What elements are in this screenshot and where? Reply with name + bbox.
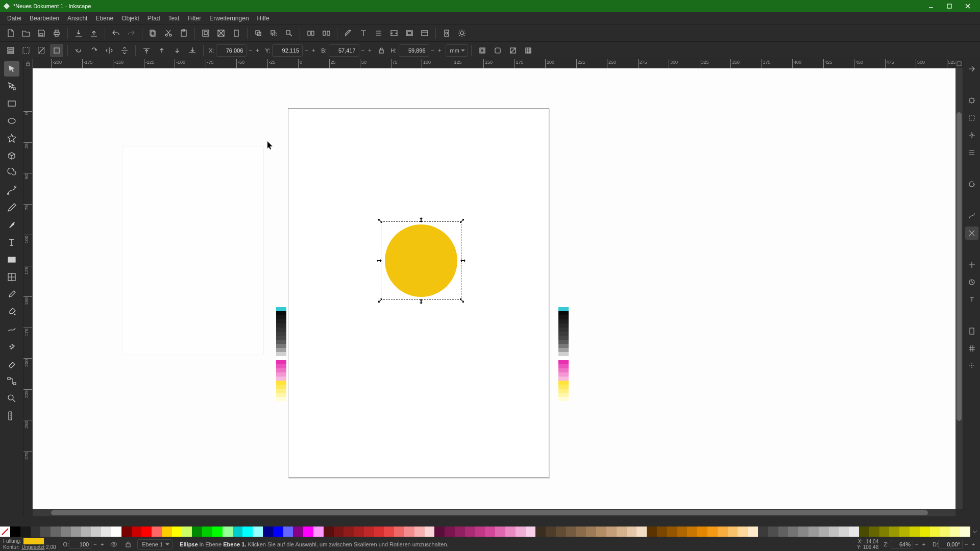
h-field[interactable]	[399, 44, 429, 57]
menu-hilfe[interactable]: Hilfe	[253, 12, 274, 24]
snap-guide-icon[interactable]	[965, 359, 978, 372]
palette-swatch[interactable]	[556, 527, 566, 537]
snap-page-icon[interactable]	[965, 324, 978, 338]
unit-select[interactable]: mm	[446, 44, 468, 57]
palette-swatch[interactable]	[20, 527, 31, 537]
palette-swatch[interactable]	[455, 527, 465, 537]
export-icon[interactable]	[87, 27, 101, 40]
opacity-plus-icon[interactable]: +	[99, 540, 106, 549]
zoom-input[interactable]	[891, 540, 913, 549]
palette-swatch[interactable]	[425, 527, 435, 537]
handle-n[interactable]	[418, 217, 424, 223]
menu-text[interactable]: Text	[164, 12, 184, 24]
rotation-plus-icon[interactable]: +	[970, 540, 977, 549]
palette-swatch[interactable]	[223, 527, 233, 537]
w-field[interactable]	[329, 44, 359, 57]
palette-swatch[interactable]	[839, 527, 849, 537]
palette-swatch[interactable]	[71, 527, 81, 537]
paintbucket-tool-icon[interactable]	[4, 304, 19, 319]
select-all-icon[interactable]	[19, 44, 33, 57]
palette-swatch[interactable]	[910, 527, 920, 537]
raise-icon[interactable]	[155, 44, 168, 57]
palette-swatch[interactable]	[242, 527, 253, 537]
h-minus-icon[interactable]: −	[429, 47, 436, 54]
move-patterns-icon[interactable]	[522, 44, 535, 57]
ruler-lock-icon[interactable]	[23, 59, 33, 68]
palette-swatch[interactable]	[91, 527, 101, 537]
x-input[interactable]	[216, 47, 246, 54]
palette-swatch[interactable]	[293, 527, 303, 537]
palette-swatch[interactable]	[485, 527, 495, 537]
palette-swatch[interactable]	[778, 527, 789, 537]
tweak-tool-icon[interactable]	[4, 321, 19, 337]
palette-swatch[interactable]	[879, 527, 890, 537]
zoom-page-icon[interactable]	[230, 27, 243, 40]
palette-swatch[interactable]	[687, 527, 697, 537]
scale-corners-icon[interactable]	[491, 44, 504, 57]
snap-intersection-icon[interactable]	[965, 227, 978, 240]
h-plus-icon[interactable]: +	[436, 47, 444, 54]
spray-tool-icon[interactable]	[4, 339, 19, 354]
deselect-icon[interactable]	[35, 44, 48, 57]
snap-enable-icon[interactable]	[965, 94, 978, 107]
y-minus-icon[interactable]: −	[303, 47, 310, 54]
w-plus-icon[interactable]: +	[366, 47, 374, 54]
horizontal-scrollbar[interactable]	[33, 509, 955, 516]
palette-swatch[interactable]	[546, 527, 556, 537]
menu-ansicht[interactable]: Ansicht	[63, 12, 91, 24]
spiral-tool-icon[interactable]	[4, 165, 19, 181]
menu-bearbeiten[interactable]: Bearbeiten	[26, 12, 63, 24]
palette-swatch[interactable]	[889, 527, 899, 537]
snap-align-icon[interactable]	[965, 146, 978, 159]
palette-swatch[interactable]	[263, 527, 273, 537]
palette-swatch[interactable]	[526, 527, 536, 537]
group-icon[interactable]	[304, 27, 317, 40]
handle-w[interactable]	[376, 258, 382, 264]
calligraphy-tool-icon[interactable]	[4, 217, 19, 233]
menu-erweiterungen[interactable]: Erweiterungen	[205, 12, 253, 24]
palette-swatch[interactable]	[718, 527, 728, 537]
palette-swatch[interactable]	[586, 527, 596, 537]
dropper-tool-icon[interactable]	[4, 287, 19, 302]
palette-swatch[interactable]	[172, 527, 182, 537]
palette-swatch[interactable]	[182, 527, 192, 537]
zoom-selection-icon[interactable]	[199, 27, 212, 40]
object-properties-icon[interactable]	[418, 27, 431, 40]
pencil-tool-icon[interactable]	[4, 200, 19, 215]
x-minus-icon[interactable]: −	[247, 47, 254, 54]
palette-swatch[interactable]	[51, 527, 61, 537]
palette-swatch[interactable]	[374, 527, 384, 537]
palette-swatch[interactable]	[61, 527, 71, 537]
no-color-swatch[interactable]	[0, 527, 10, 537]
handle-e[interactable]	[460, 258, 466, 264]
palette-swatch[interactable]	[414, 527, 425, 537]
palette-swatch[interactable]	[121, 527, 132, 537]
palette-swatch[interactable]	[505, 527, 516, 537]
palette-swatch[interactable]	[829, 527, 839, 537]
ungroup-icon[interactable]	[320, 27, 333, 40]
flip-horizontal-icon[interactable]	[103, 44, 116, 57]
palette-swatch[interactable]	[758, 527, 768, 537]
document-properties-icon[interactable]	[440, 27, 453, 40]
palette-swatch[interactable]	[141, 527, 152, 537]
palette-swatch[interactable]	[657, 527, 667, 537]
palette-swatch[interactable]	[111, 527, 121, 537]
preferences-icon[interactable]	[455, 27, 469, 40]
w-input[interactable]	[329, 47, 359, 54]
palette-swatch[interactable]	[869, 527, 879, 537]
palette-swatch[interactable]	[738, 527, 748, 537]
undo-icon[interactable]	[109, 27, 122, 40]
palette-swatch[interactable]	[303, 527, 313, 537]
palette-swatch[interactable]	[152, 527, 162, 537]
palette-swatch[interactable]	[636, 527, 647, 537]
palette-swatch[interactable]	[920, 527, 930, 537]
palette-swatch[interactable]	[788, 527, 798, 537]
lower-icon[interactable]	[170, 44, 184, 57]
palette-swatch[interactable]	[748, 527, 758, 537]
text-dialog-icon[interactable]	[357, 27, 370, 40]
new-document-icon[interactable]	[4, 27, 17, 40]
gradient-tool-icon[interactable]	[4, 252, 19, 267]
palette-swatch[interactable]	[566, 527, 576, 537]
palette-swatch[interactable]	[445, 527, 455, 537]
palette-swatch[interactable]	[808, 527, 819, 537]
